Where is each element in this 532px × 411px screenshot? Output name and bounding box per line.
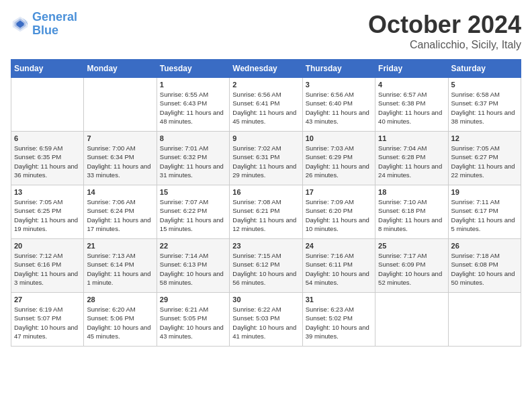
calendar-cell: 30Sunrise: 6:22 AMSunset: 5:03 PMDayligh…: [230, 293, 302, 347]
calendar-cell: [84, 78, 157, 132]
day-content: Sunrise: 6:55 AMSunset: 6:43 PMDaylight:…: [160, 90, 226, 126]
day-number: 14: [87, 188, 153, 196]
column-header-tuesday: Tuesday: [157, 60, 229, 78]
day-content: Sunrise: 7:16 AMSunset: 6:11 PMDaylight:…: [306, 251, 372, 287]
day-number: 19: [451, 188, 518, 196]
day-content: Sunrise: 6:57 AMSunset: 6:38 PMDaylight:…: [378, 90, 445, 126]
calendar-cell: 12Sunrise: 7:05 AMSunset: 6:27 PMDayligh…: [448, 132, 521, 185]
column-header-friday: Friday: [375, 60, 448, 78]
calendar-cell: [11, 78, 84, 132]
day-number: 28: [87, 295, 153, 304]
day-number: 18: [378, 188, 445, 196]
calendar-cell: 13Sunrise: 7:05 AMSunset: 6:25 PMDayligh…: [11, 185, 84, 239]
day-content: Sunrise: 7:00 AMSunset: 6:34 PMDaylight:…: [87, 144, 153, 179]
day-number: 17: [306, 188, 372, 196]
day-number: 1: [160, 81, 226, 89]
day-content: Sunrise: 7:07 AMSunset: 6:22 PMDaylight:…: [160, 197, 226, 233]
day-content: Sunrise: 7:17 AMSunset: 6:09 PMDaylight:…: [378, 251, 445, 287]
day-number: 29: [160, 295, 226, 304]
calendar-cell: 9Sunrise: 7:02 AMSunset: 6:31 PMDaylight…: [230, 132, 302, 185]
title-block: October 2024 Canalicchio, Sicily, Italy: [368, 11, 521, 51]
day-content: Sunrise: 6:22 AMSunset: 5:03 PMDaylight:…: [232, 305, 299, 340]
day-number: 27: [14, 295, 81, 304]
day-content: Sunrise: 6:56 AMSunset: 6:41 PMDaylight:…: [232, 90, 299, 126]
calendar-cell: 24Sunrise: 7:16 AMSunset: 6:11 PMDayligh…: [302, 239, 375, 293]
location: Canalicchio, Sicily, Italy: [368, 39, 521, 51]
day-content: Sunrise: 7:06 AMSunset: 6:24 PMDaylight:…: [87, 197, 153, 233]
calendar-cell: 14Sunrise: 7:06 AMSunset: 6:24 PMDayligh…: [84, 185, 157, 239]
day-content: Sunrise: 7:02 AMSunset: 6:31 PMDaylight:…: [232, 144, 299, 179]
day-content: Sunrise: 7:11 AMSunset: 6:17 PMDaylight:…: [451, 197, 518, 233]
calendar-cell: 11Sunrise: 7:04 AMSunset: 6:28 PMDayligh…: [375, 132, 448, 185]
day-number: 2: [232, 81, 299, 89]
calendar-cell: 8Sunrise: 7:01 AMSunset: 6:32 PMDaylight…: [157, 132, 229, 185]
day-number: 12: [451, 134, 518, 142]
day-number: 24: [306, 242, 372, 250]
calendar-cell: 2Sunrise: 6:56 AMSunset: 6:41 PMDaylight…: [230, 78, 302, 132]
calendar-cell: 31Sunrise: 6:23 AMSunset: 5:02 PMDayligh…: [302, 293, 375, 347]
day-content: Sunrise: 7:12 AMSunset: 6:16 PMDaylight:…: [14, 251, 81, 287]
calendar-cell: 21Sunrise: 7:13 AMSunset: 6:14 PMDayligh…: [84, 239, 157, 293]
day-content: Sunrise: 7:15 AMSunset: 6:12 PMDaylight:…: [232, 251, 299, 287]
day-number: 25: [378, 242, 445, 250]
logo: General Blue: [11, 11, 77, 38]
calendar-cell: 22Sunrise: 7:14 AMSunset: 6:13 PMDayligh…: [157, 239, 229, 293]
day-number: 5: [451, 81, 518, 89]
day-content: Sunrise: 6:59 AMSunset: 6:35 PMDaylight:…: [14, 144, 81, 179]
logo-icon: [11, 15, 30, 34]
week-row-3: 13Sunrise: 7:05 AMSunset: 6:25 PMDayligh…: [11, 185, 521, 239]
day-content: Sunrise: 6:58 AMSunset: 6:37 PMDaylight:…: [451, 90, 518, 126]
day-content: Sunrise: 6:19 AMSunset: 5:07 PMDaylight:…: [14, 305, 81, 340]
calendar-cell: 23Sunrise: 7:15 AMSunset: 6:12 PMDayligh…: [230, 239, 302, 293]
day-content: Sunrise: 7:10 AMSunset: 6:18 PMDaylight:…: [378, 197, 445, 233]
day-content: Sunrise: 6:56 AMSunset: 6:40 PMDaylight:…: [306, 90, 372, 126]
calendar-cell: 5Sunrise: 6:58 AMSunset: 6:37 PMDaylight…: [448, 78, 521, 132]
day-content: Sunrise: 7:13 AMSunset: 6:14 PMDaylight:…: [87, 251, 153, 287]
column-header-thursday: Thursday: [302, 60, 375, 78]
column-header-wednesday: Wednesday: [230, 60, 302, 78]
calendar-cell: 1Sunrise: 6:55 AMSunset: 6:43 PMDaylight…: [157, 78, 229, 132]
day-content: Sunrise: 7:18 AMSunset: 6:08 PMDaylight:…: [451, 251, 518, 287]
day-number: 31: [306, 295, 372, 304]
day-number: 11: [378, 134, 445, 142]
calendar-cell: 19Sunrise: 7:11 AMSunset: 6:17 PMDayligh…: [448, 185, 521, 239]
calendar-cell: 4Sunrise: 6:57 AMSunset: 6:38 PMDaylight…: [375, 78, 448, 132]
day-number: 13: [14, 188, 81, 196]
calendar-cell: 20Sunrise: 7:12 AMSunset: 6:16 PMDayligh…: [11, 239, 84, 293]
day-number: 7: [87, 134, 153, 142]
column-header-sunday: Sunday: [11, 60, 84, 78]
calendar-table: SundayMondayTuesdayWednesdayThursdayFrid…: [11, 59, 521, 347]
day-number: 30: [232, 295, 299, 304]
day-number: 6: [14, 134, 81, 142]
day-number: 26: [451, 242, 518, 250]
week-row-4: 20Sunrise: 7:12 AMSunset: 6:16 PMDayligh…: [11, 239, 521, 293]
column-header-monday: Monday: [84, 60, 157, 78]
calendar-cell: 26Sunrise: 7:18 AMSunset: 6:08 PMDayligh…: [448, 239, 521, 293]
calendar-cell: 7Sunrise: 7:00 AMSunset: 6:34 PMDaylight…: [84, 132, 157, 185]
calendar-cell: 18Sunrise: 7:10 AMSunset: 6:18 PMDayligh…: [375, 185, 448, 239]
calendar-cell: 16Sunrise: 7:08 AMSunset: 6:21 PMDayligh…: [230, 185, 302, 239]
day-number: 15: [160, 188, 226, 196]
calendar-cell: [375, 293, 448, 347]
logo-text: General Blue: [32, 11, 77, 38]
calendar-cell: 17Sunrise: 7:09 AMSunset: 6:20 PMDayligh…: [302, 185, 375, 239]
day-content: Sunrise: 6:23 AMSunset: 5:02 PMDaylight:…: [306, 305, 372, 340]
week-row-1: 1Sunrise: 6:55 AMSunset: 6:43 PMDaylight…: [11, 78, 521, 132]
day-number: 23: [232, 242, 299, 250]
day-number: 20: [14, 242, 81, 250]
calendar-cell: 29Sunrise: 6:21 AMSunset: 5:05 PMDayligh…: [157, 293, 229, 347]
calendar-cell: [448, 293, 521, 347]
day-number: 3: [306, 81, 372, 89]
day-content: Sunrise: 7:08 AMSunset: 6:21 PMDaylight:…: [232, 197, 299, 233]
header-row: SundayMondayTuesdayWednesdayThursdayFrid…: [11, 60, 521, 78]
calendar-cell: 15Sunrise: 7:07 AMSunset: 6:22 PMDayligh…: [157, 185, 229, 239]
day-content: Sunrise: 7:14 AMSunset: 6:13 PMDaylight:…: [160, 251, 226, 287]
column-header-saturday: Saturday: [448, 60, 521, 78]
day-content: Sunrise: 7:05 AMSunset: 6:25 PMDaylight:…: [14, 197, 81, 233]
day-content: Sunrise: 7:04 AMSunset: 6:28 PMDaylight:…: [378, 144, 445, 179]
day-number: 8: [160, 134, 226, 142]
calendar-cell: 10Sunrise: 7:03 AMSunset: 6:29 PMDayligh…: [302, 132, 375, 185]
week-row-2: 6Sunrise: 6:59 AMSunset: 6:35 PMDaylight…: [11, 132, 521, 185]
day-content: Sunrise: 7:01 AMSunset: 6:32 PMDaylight:…: [160, 144, 226, 179]
calendar-cell: 25Sunrise: 7:17 AMSunset: 6:09 PMDayligh…: [375, 239, 448, 293]
